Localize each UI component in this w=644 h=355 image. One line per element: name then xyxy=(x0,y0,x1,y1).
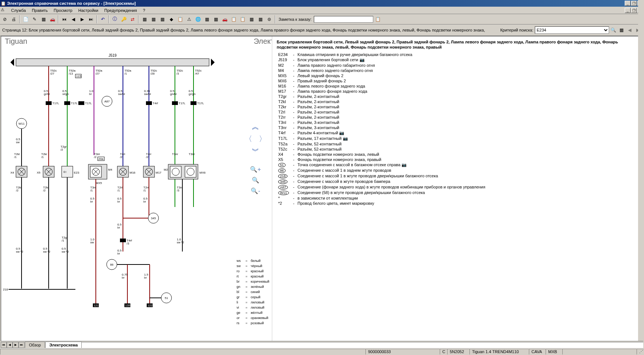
tb-key-icon[interactable]: 🔑 xyxy=(120,15,128,23)
menu-help[interactable]: ? xyxy=(140,7,148,13)
svg-text:122: 122 xyxy=(147,304,153,307)
tb-info-icon[interactable]: ⓘ xyxy=(111,15,119,23)
description-row: 51-Точка соединения с массой в багажном … xyxy=(277,162,487,168)
tb-note-browse-icon[interactable]: 📋 xyxy=(374,15,382,23)
camera-icon[interactable]: 📷 xyxy=(400,162,407,167)
tb-g8-icon[interactable]: ▦ xyxy=(203,15,211,23)
tab-last-icon[interactable]: ⏭ xyxy=(19,342,25,348)
desc-code: T17L xyxy=(277,136,292,141)
menu-service[interactable]: Служба xyxy=(8,7,29,13)
tb-g4-icon[interactable]: ◆ xyxy=(167,15,175,23)
tb-g6-icon[interactable]: ⚠ xyxy=(185,15,193,23)
nav-down-icon[interactable]: ︾ xyxy=(252,146,259,156)
legend-row: rt=красный xyxy=(237,274,269,279)
svg-text:X4: X4 xyxy=(10,171,14,174)
nav-left-icon[interactable]: 〈 xyxy=(245,134,252,144)
tb-g14-icon[interactable]: ▦ xyxy=(256,15,264,23)
svg-text:vi/gn: vi/gn xyxy=(62,92,69,96)
tb-g1-icon[interactable]: ▦ xyxy=(140,15,149,23)
svg-text:/2: /2 xyxy=(146,155,149,159)
menu-settings[interactable]: Настройки xyxy=(75,7,101,13)
menubar: ⚠ Служба Править Просмотр Настройки Пред… xyxy=(0,7,644,14)
desc-text: Соединение с массой 1 в жгуте проводов д… xyxy=(296,173,487,179)
tb-g2-icon[interactable]: ▦ xyxy=(149,15,157,23)
tab-wiring-diagram[interactable]: Электросхема xyxy=(45,342,82,348)
svg-text:86: 86 xyxy=(110,263,114,266)
note-input[interactable] xyxy=(314,16,373,23)
desc-dash: - xyxy=(292,73,296,78)
minimize-button[interactable]: _ xyxy=(625,1,631,6)
tb-refresh-icon[interactable]: ⇄ xyxy=(129,15,137,23)
app-icon: 📋 xyxy=(1,1,6,6)
tb-edit-icon[interactable]: ✎ xyxy=(30,15,39,23)
tb-stop-icon[interactable]: ⊘ xyxy=(1,15,9,23)
svg-text:M17: M17 xyxy=(156,171,162,174)
tab-bar: ⏮ ◀ ▶ ⏭ Обзор Электросхема xyxy=(1,341,643,348)
status-model: Tiguan 1.4 TREND4M110 xyxy=(469,349,529,355)
menu-view[interactable]: Просмотр xyxy=(51,7,75,13)
tb-first-icon[interactable]: ⏮ xyxy=(60,15,68,23)
nav-up-icon[interactable]: ︽ xyxy=(252,122,259,132)
tb-car-icon[interactable]: 🚗 xyxy=(48,15,56,23)
tab-prev-icon[interactable]: ◀ xyxy=(7,342,13,348)
desc-code: T3nl xyxy=(277,120,292,125)
desc-code: T3nr xyxy=(277,125,292,130)
tb-g7-icon[interactable]: 🌐 xyxy=(194,15,202,23)
tb-last-icon[interactable]: ⏭ xyxy=(87,15,95,23)
tb-g15-icon[interactable]: ⊜ xyxy=(265,15,273,23)
description-row: T2rr-Разъём, 2-контактный xyxy=(277,115,487,120)
tb-g10-icon[interactable]: 🚗 xyxy=(221,15,229,23)
camera-icon[interactable]: 📷 xyxy=(342,136,348,141)
svg-text:MX6: MX6 xyxy=(199,171,206,174)
description-row: T2kl-Разъём, 2-контактный xyxy=(277,99,487,104)
svg-text:M16: M16 xyxy=(130,171,136,174)
camera-icon[interactable]: 📷 xyxy=(338,131,344,135)
svg-text:br: br xyxy=(117,226,120,229)
desc-text: Фонарь подсветки номерного знака, правый xyxy=(296,157,487,162)
camera-icon[interactable]: 📷 xyxy=(358,57,364,62)
tb-g3-icon[interactable]: ▦ xyxy=(158,15,166,23)
desc-dash: - xyxy=(292,173,296,179)
search-opt-icon[interactable]: ▦ xyxy=(617,26,625,34)
svg-text:/1: /1 xyxy=(124,72,127,75)
zoom-out-icon[interactable]: 🔍- xyxy=(251,187,260,194)
tb-back-icon[interactable]: ↶ xyxy=(99,15,107,23)
tb-new-icon[interactable]: 📄 xyxy=(22,15,30,23)
tb-print-icon[interactable]: 🖨 xyxy=(10,15,18,23)
description-row: T2gr-Разъём, 2-контактный xyxy=(277,94,487,99)
mdi-restore-button[interactable]: ❐ xyxy=(631,8,637,13)
search-criteria-select[interactable]: E234 xyxy=(535,26,609,34)
zoom-in-icon[interactable]: 🔍+ xyxy=(250,166,261,173)
description-table: E234-Клавиша отпирания в ручке двери/кры… xyxy=(277,52,487,206)
nav-right-icon[interactable]: 〉 xyxy=(259,134,266,144)
menu-edit[interactable]: Править xyxy=(29,7,51,13)
tb-g11-icon[interactable]: 📋 xyxy=(230,15,238,23)
svg-text:/1: /1 xyxy=(41,155,44,159)
tb-prev-icon[interactable]: ◀ xyxy=(69,15,77,23)
vertical-scrollbar[interactable] xyxy=(638,0,644,355)
svg-text:T3nr: T3nr xyxy=(189,152,195,156)
search-go-icon[interactable]: 🔍 xyxy=(609,26,617,34)
search-prev-icon[interactable]: ◀ xyxy=(625,26,634,34)
desc-code: T2rl xyxy=(277,109,292,115)
window-title: Электронная справочная система по сервис… xyxy=(7,1,625,6)
desc-code: A87 xyxy=(277,184,292,190)
tb-next-icon[interactable]: ▶ xyxy=(78,15,86,23)
tb-g5-icon[interactable]: 📋 xyxy=(176,15,184,23)
tb-g9-icon[interactable]: ▦ xyxy=(212,15,220,23)
desc-code: * xyxy=(277,195,292,201)
tab-first-icon[interactable]: ⏮ xyxy=(1,342,7,348)
description-row: T2rl-Разъём, 2-контактный xyxy=(277,109,487,115)
mdi-minimize-button[interactable]: _ xyxy=(625,8,631,13)
maximize-button[interactable]: ❐ xyxy=(631,1,637,6)
tab-overview[interactable]: Обзор xyxy=(25,342,45,348)
tab-next-icon[interactable]: ▶ xyxy=(13,342,19,348)
desc-text: Разъём, 2-контактный xyxy=(296,99,487,104)
svg-rect-53 xyxy=(146,101,152,105)
tb-g12-icon[interactable]: 📋 xyxy=(238,15,247,23)
zoom-reset-icon[interactable]: 🔍 xyxy=(252,177,259,184)
tb-table-icon[interactable]: ▦ xyxy=(39,15,48,23)
tb-g13-icon[interactable]: ▦ xyxy=(247,15,256,23)
menu-warnings[interactable]: Предупреждения xyxy=(101,7,140,13)
desc-text: Провод белого цвета, имеет маркировку xyxy=(296,201,487,206)
